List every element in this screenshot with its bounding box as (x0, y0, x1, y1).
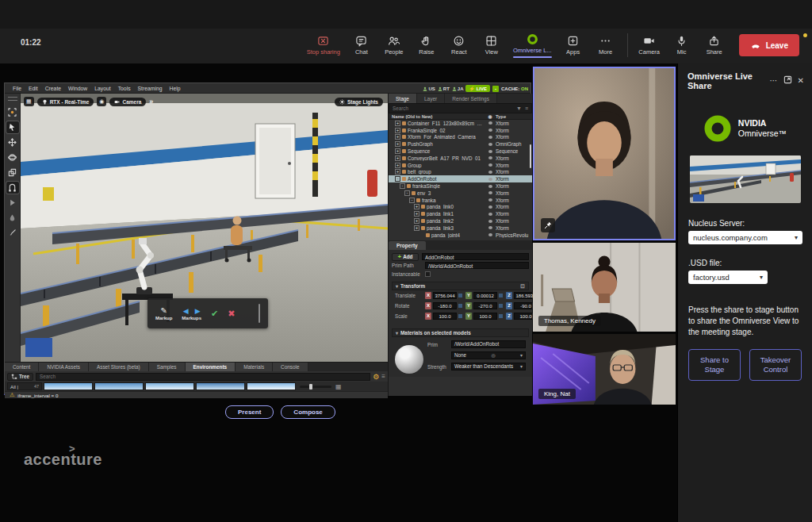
stage-tree-row[interactable]: panda_link0 Xform (389, 204, 532, 211)
stage-tree-row[interactable]: frankaSingle Xform (389, 182, 532, 190)
stage-tree-row[interactable]: PushGraph OmniGraph (389, 140, 532, 148)
rotate-tool[interactable] (6, 152, 19, 163)
transform-options-icon[interactable]: ⊡ (520, 283, 525, 290)
visibility-eye-icon[interactable] (485, 150, 496, 153)
settings-gear-icon[interactable]: ⚙ (373, 373, 379, 381)
environment-thumb[interactable] (94, 382, 144, 390)
property-tab[interactable]: Property (389, 241, 426, 250)
add-property-button[interactable]: +Add (392, 253, 419, 261)
expand-toggle-icon[interactable] (404, 190, 410, 196)
grid-view-icon[interactable]: ▦ (335, 383, 342, 390)
stage-tree-row[interactable]: panda_joint4 PhysicsRevolu (389, 232, 532, 239)
visibility-eye-icon[interactable] (485, 213, 496, 216)
expand-toggle-icon[interactable] (414, 225, 419, 231)
materials-section-header[interactable]: ▾ Materials on selected models (392, 328, 529, 337)
stage-tree-scrollbar[interactable] (530, 144, 531, 168)
video-tile[interactable]: Thomas, Kennedy (533, 243, 676, 332)
strength-dropdown[interactable]: Weaker than Descendants ▾ (451, 363, 526, 370)
viewport-grid-button[interactable]: ▦ (24, 97, 34, 106)
stage-search-input[interactable] (393, 106, 513, 111)
y-value-field[interactable]: -270.0 (473, 302, 497, 309)
apps-button[interactable]: Apps (562, 35, 584, 56)
stop-sharing-button[interactable]: Stop sharing (307, 35, 340, 56)
menu-item[interactable]: Window (68, 86, 87, 91)
paint-tool[interactable] (6, 212, 19, 224)
expand-toggle-icon[interactable] (395, 134, 400, 140)
next-markup-icon[interactable]: ▶ (195, 307, 201, 315)
stage-tree-row[interactable]: Group Xform (389, 162, 532, 169)
chat-button[interactable]: Chat (350, 35, 373, 56)
tree-view-button[interactable]: Tree (7, 373, 33, 381)
play-tool[interactable] (6, 197, 19, 209)
prev-markup-icon[interactable]: ◀ (183, 307, 189, 315)
brush-tool[interactable] (6, 227, 19, 239)
markup-button[interactable]: ✎ Markup (155, 306, 172, 320)
stage-tree-row[interactable]: FrankaSingle_02 Xform (389, 127, 532, 134)
expand-toggle-icon[interactable] (395, 121, 400, 126)
expand-toggle-icon[interactable] (414, 204, 419, 209)
stage-tree-row[interactable]: Xform_For_Animated_Camera Xform (389, 134, 532, 141)
content-browser-tab[interactable]: Content (5, 363, 39, 371)
visibility-eye-icon[interactable] (485, 233, 496, 236)
popout-icon[interactable] (783, 75, 792, 86)
stage-tree-row[interactable]: belt_group Xform (389, 169, 532, 176)
renderer-selector[interactable]: RTX - Real-Time (37, 98, 94, 106)
y-lock-icon[interactable] (499, 304, 503, 308)
visibility-eye-icon[interactable] (485, 178, 496, 181)
prim-name-field[interactable]: AddOnRobot (422, 253, 529, 260)
expand-toggle-icon[interactable] (395, 141, 400, 147)
content-browser-tab[interactable]: Samples (149, 363, 186, 371)
visibility-eye-icon[interactable] (485, 205, 496, 209)
content-browser-tab[interactable]: NVIDIA Assets (39, 363, 89, 371)
material-select-dropdown[interactable]: None ◎ ▾ (451, 351, 526, 359)
expand-toggle-icon[interactable] (395, 176, 400, 182)
y-value-field[interactable]: 0.00012 (473, 292, 497, 299)
environment-thumb[interactable] (44, 382, 93, 390)
menu-item[interactable]: Tools (118, 86, 131, 91)
stage-tree-row[interactable]: Sequence Sequence (389, 148, 532, 155)
visibility-eye-icon[interactable] (485, 163, 496, 167)
snap-tool[interactable] (6, 182, 19, 194)
instanceable-checkbox[interactable] (425, 271, 431, 277)
x-lock-icon[interactable] (458, 304, 462, 308)
environment-thumb[interactable] (247, 382, 296, 390)
move-tool[interactable] (6, 136, 19, 148)
visibility-eye-icon[interactable] (485, 156, 496, 159)
more-button[interactable]: More (595, 35, 617, 56)
x-lock-icon[interactable] (458, 294, 462, 297)
expand-toggle-icon[interactable] (395, 148, 400, 154)
menu-item[interactable]: Help (170, 86, 181, 91)
transform-section-header[interactable]: ▾ Transform ⊡ (392, 282, 529, 290)
environment-thumb[interactable] (145, 382, 194, 390)
expand-toggle-icon[interactable] (395, 128, 400, 133)
share-to-stage-button[interactable]: Share to Stage (688, 349, 741, 381)
camera-button[interactable]: Camera (638, 35, 661, 56)
video-tile-pinned[interactable] (533, 67, 676, 240)
visibility-eye-icon[interactable] (485, 185, 496, 188)
stage-tree-row[interactable]: panda_link3 Xform (389, 225, 532, 232)
visibility-eye-icon[interactable] (485, 191, 496, 194)
y-lock-icon[interactable] (499, 294, 503, 297)
visibility-eye-icon[interactable] (485, 171, 496, 174)
stage-tree-row[interactable]: AddOnRobot Xform (389, 175, 532, 182)
usd-file-dropdown[interactable]: factory.usd ▾ (688, 271, 768, 284)
list-options-icon[interactable]: ≡ (525, 106, 528, 111)
content-search-input[interactable] (40, 374, 366, 379)
y-lock-icon[interactable] (499, 314, 503, 318)
x-lock-icon[interactable] (458, 314, 462, 318)
mic-button[interactable]: Mic (671, 35, 693, 56)
y-value-field[interactable]: 100.0 (473, 313, 497, 320)
visibility-eye-icon[interactable] (485, 198, 496, 202)
stage-panel-tab[interactable]: Stage (389, 94, 417, 103)
x-value-field[interactable]: 100.0 (433, 313, 457, 320)
toolbar-grip[interactable] (8, 97, 17, 101)
select-region-tool[interactable] (6, 106, 19, 118)
expand-toolbar-chevron[interactable]: » (149, 98, 153, 106)
visibility-menu-button[interactable]: ◉ (97, 97, 106, 106)
scale-tool[interactable] (6, 167, 19, 178)
live-toggle-icon[interactable]: - (492, 86, 499, 92)
expand-toggle-icon[interactable] (395, 169, 400, 175)
panel-more-icon[interactable]: ⋯ (770, 76, 778, 86)
menu-item[interactable]: Edit (29, 86, 38, 91)
stage-tree-row[interactable]: panda_link2 Xform (389, 217, 532, 225)
